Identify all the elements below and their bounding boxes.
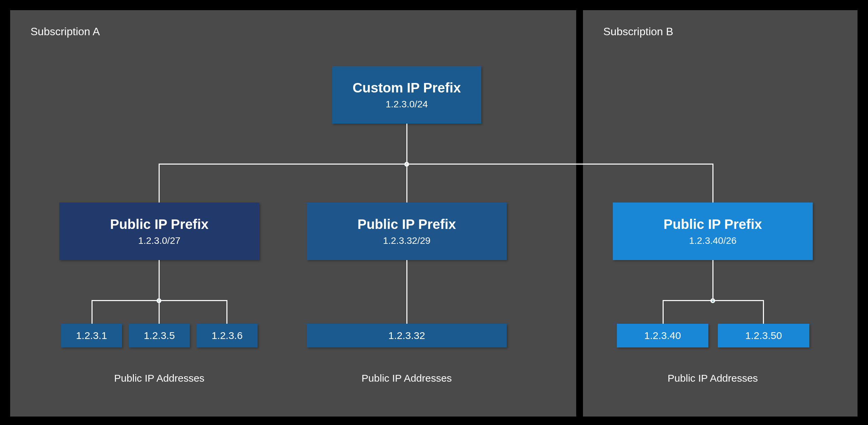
- subscription-b-title: Subscription B: [603, 25, 673, 38]
- addresses-label-a: Public IP Addresses: [59, 373, 259, 384]
- connector-line: [712, 164, 713, 203]
- public-ip-prefix-title: Public IP Prefix: [358, 217, 456, 232]
- ip-address-box: 1.2.3.1: [61, 324, 122, 347]
- ip-address-box: 1.2.3.6: [197, 324, 258, 347]
- public-ip-prefix-title: Public IP Prefix: [110, 217, 209, 232]
- ip-address: 1.2.3.50: [745, 330, 782, 341]
- public-ip-prefix-cidr: 1.2.3.0/27: [138, 235, 181, 246]
- connector-line: [159, 164, 713, 165]
- connector-line: [406, 260, 407, 324]
- connector-line: [159, 301, 160, 324]
- connector-line: [159, 260, 160, 301]
- ip-address: 1.2.3.40: [644, 330, 681, 341]
- connector-line: [663, 300, 664, 324]
- ip-address: 1.2.3.1: [76, 330, 107, 341]
- public-ip-prefix-cidr: 1.2.3.32/29: [383, 235, 430, 246]
- connector-line: [406, 164, 407, 203]
- addresses-label-b: Public IP Addresses: [307, 373, 507, 384]
- subscription-a-title: Subscription A: [31, 25, 100, 38]
- ip-address-box: 1.2.3.5: [129, 324, 190, 347]
- connector-line: [663, 300, 764, 301]
- ip-address: 1.2.3.6: [211, 330, 243, 341]
- custom-ip-prefix-cidr: 1.2.3.0/24: [386, 99, 428, 110]
- ip-address: 1.2.3.32: [388, 330, 425, 341]
- addresses-label-c: Public IP Addresses: [613, 373, 813, 384]
- public-ip-prefix-box-b: Public IP Prefix 1.2.3.32/29: [307, 203, 507, 260]
- connector-line: [763, 300, 764, 324]
- connector-line: [406, 124, 407, 164]
- ip-address-box: 1.2.3.32: [307, 324, 507, 347]
- ip-address-box: 1.2.3.40: [617, 324, 708, 347]
- public-ip-prefix-box-a: Public IP Prefix 1.2.3.0/27: [59, 203, 259, 260]
- ip-address: 1.2.3.5: [144, 330, 175, 341]
- connector-line: [159, 164, 160, 203]
- custom-ip-prefix-title: Custom IP Prefix: [352, 80, 461, 95]
- public-ip-prefix-cidr: 1.2.3.40/26: [689, 235, 736, 246]
- public-ip-prefix-title: Public IP Prefix: [664, 217, 762, 232]
- custom-ip-prefix-box: Custom IP Prefix 1.2.3.0/24: [332, 66, 481, 124]
- connector-line: [712, 260, 713, 301]
- connector-line: [92, 300, 93, 324]
- ip-address-box: 1.2.3.50: [718, 324, 809, 347]
- connector-line: [226, 300, 227, 324]
- public-ip-prefix-box-c: Public IP Prefix 1.2.3.40/26: [613, 203, 813, 260]
